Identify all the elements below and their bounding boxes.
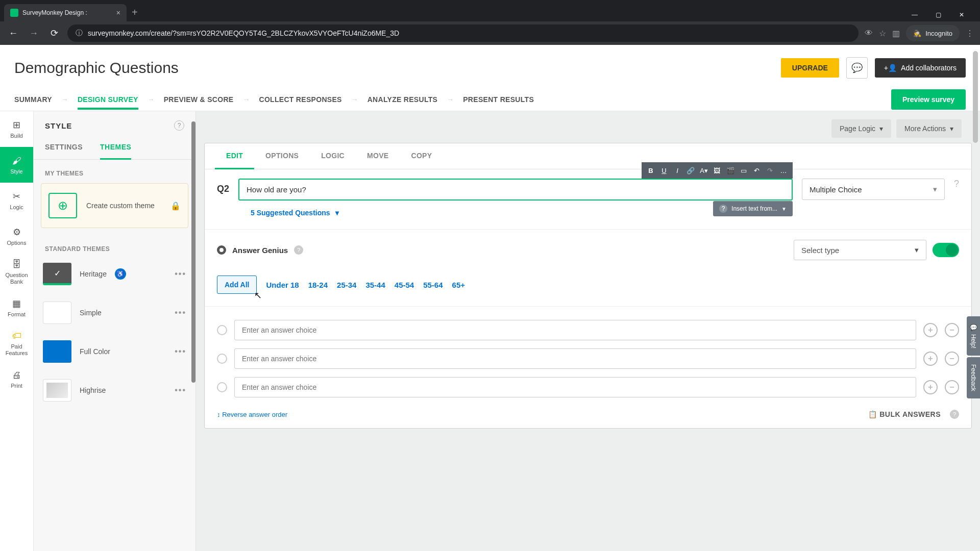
italic-icon[interactable]: I	[671, 164, 683, 177]
minimize-icon[interactable]: ―	[909, 11, 921, 18]
chip-45-54[interactable]: 45-54	[395, 281, 414, 289]
help-floating-tab[interactable]: 💬Help!	[967, 316, 980, 356]
underline-icon[interactable]: U	[658, 164, 670, 177]
rail-logic[interactable]: ✂Logic	[0, 183, 33, 218]
chip-35-44[interactable]: 35-44	[365, 281, 385, 289]
add-choice-button[interactable]: +	[923, 352, 938, 366]
close-window-icon[interactable]: ✕	[955, 11, 968, 18]
feedback-floating-tab[interactable]: Feedback	[967, 357, 980, 398]
more-icon[interactable]: •••	[175, 308, 186, 317]
nav-collect[interactable]: COLLECT RESPONSES	[259, 89, 341, 110]
nav-present[interactable]: PRESENT RESULTS	[463, 89, 534, 110]
help-icon[interactable]: ?	[954, 179, 959, 189]
rail-print[interactable]: 🖨Print	[0, 361, 33, 397]
nav-analyze[interactable]: ANALYZE RESULTS	[368, 89, 438, 110]
chip-18-24[interactable]: 18-24	[308, 281, 328, 289]
bulk-answers-link[interactable]: 📋 BULK ANSWERS	[868, 410, 941, 418]
add-collaborators-button[interactable]: +👤 Add collaborators	[875, 58, 966, 78]
side-panel-icon[interactable]: ▥	[892, 29, 900, 38]
suggested-questions-dropdown[interactable]: 5 Suggested Questions ▾	[251, 209, 959, 217]
font-icon[interactable]: A▾	[698, 164, 710, 177]
link-icon[interactable]: 🔗	[684, 164, 697, 177]
bold-icon[interactable]: B	[645, 164, 657, 177]
scrollbar-track[interactable]	[972, 49, 979, 551]
page-logic-dropdown[interactable]: Page Logic ▾	[831, 119, 891, 138]
scrollbar[interactable]	[191, 121, 195, 383]
add-all-button[interactable]: Add All	[217, 276, 257, 294]
site-info-icon[interactable]: ⓘ	[76, 29, 83, 38]
question-text-input[interactable]	[238, 179, 793, 201]
answer-choice-input[interactable]	[234, 320, 916, 340]
help-icon[interactable]: ?	[174, 120, 184, 131]
answer-choice-input[interactable]	[234, 348, 916, 369]
rail-style[interactable]: 🖌Style	[0, 147, 33, 183]
qtab-move[interactable]: MOVE	[356, 143, 400, 169]
remove-choice-button[interactable]: −	[945, 352, 959, 366]
close-tab-icon[interactable]: ×	[116, 9, 120, 17]
video-icon[interactable]: 🎬	[724, 164, 737, 177]
nav-summary[interactable]: SUMMARY	[14, 89, 52, 110]
theme-full-color[interactable]: Full Color •••	[41, 336, 188, 367]
create-custom-theme[interactable]: ⊕ Create custom theme 🔒	[41, 183, 188, 228]
answer-choice-input[interactable]	[234, 377, 916, 397]
back-button[interactable]: ←	[6, 28, 20, 39]
address-bar[interactable]: ⓘ surveymonkey.com/create/?sm=rsYO2R2V0E…	[67, 24, 859, 42]
upgrade-button[interactable]: UPGRADE	[781, 58, 839, 78]
add-choice-button[interactable]: +	[923, 323, 938, 337]
menu-icon[interactable]: ⋮	[966, 29, 974, 38]
rail-options[interactable]: ⚙Options	[0, 218, 33, 254]
qtab-logic[interactable]: LOGIC	[310, 143, 356, 169]
insert-text-from-dropdown[interactable]: ? Insert text from... ▼	[713, 201, 793, 216]
eye-off-icon[interactable]: 👁	[865, 29, 873, 38]
more-icon[interactable]: •••	[175, 269, 186, 279]
chip-55-64[interactable]: 55-64	[423, 281, 443, 289]
help-icon[interactable]: ?	[294, 245, 303, 255]
new-tab-button[interactable]: +	[127, 7, 143, 21]
theme-heritage[interactable]: ✓ Heritage ♿ •••	[41, 259, 188, 289]
remove-choice-button[interactable]: −	[945, 323, 959, 337]
more-actions-dropdown[interactable]: More Actions ▾	[896, 119, 962, 138]
nav-preview-score[interactable]: PREVIEW & SCORE	[164, 89, 234, 110]
reload-button[interactable]: ⟳	[47, 28, 61, 39]
help-icon[interactable]: ?	[950, 410, 959, 419]
subtab-themes[interactable]: THEMES	[100, 136, 131, 160]
rail-format[interactable]: ▦Format	[0, 290, 33, 325]
chip-65-plus[interactable]: 65+	[452, 281, 465, 289]
redo-icon[interactable]: ↷	[764, 164, 776, 177]
image-icon[interactable]: 🖼	[711, 164, 723, 177]
remove-choice-button[interactable]: −	[945, 380, 959, 394]
answer-genius-toggle[interactable]	[933, 243, 959, 257]
scrollbar-thumb[interactable]	[973, 51, 978, 143]
theme-highrise[interactable]: Highrise •••	[41, 375, 188, 406]
chip-under-18[interactable]: Under 18	[266, 281, 299, 289]
incognito-badge[interactable]: 🕵 Incognito	[906, 25, 960, 41]
more-icon[interactable]: …	[777, 164, 790, 177]
theme-simple[interactable]: Simple •••	[41, 297, 188, 328]
browser-tab[interactable]: SurveyMonkey Design : ×	[4, 4, 127, 21]
survey-title[interactable]: Demographic Questions	[14, 59, 179, 77]
select-type-dropdown[interactable]: Select type ▾	[794, 240, 926, 260]
accessibility-icon[interactable]: ♿	[115, 268, 126, 280]
qtab-edit[interactable]: EDIT	[215, 143, 254, 169]
qtab-copy[interactable]: COPY	[400, 143, 443, 169]
undo-icon[interactable]: ↶	[751, 164, 763, 177]
embed-icon[interactable]: ▭	[738, 164, 750, 177]
preview-survey-button[interactable]: Preview survey	[891, 89, 966, 110]
add-choice-button[interactable]: +	[923, 380, 938, 394]
rail-paid-features[interactable]: 🏷Paid Features	[0, 325, 33, 361]
maximize-icon[interactable]: ▢	[932, 11, 944, 18]
comments-button[interactable]: 💬	[846, 57, 868, 79]
chip-25-34[interactable]: 25-34	[337, 281, 356, 289]
bookmark-icon[interactable]: ☆	[879, 29, 886, 38]
more-icon[interactable]: •••	[175, 347, 186, 356]
nav-design-survey[interactable]: DESIGN SURVEY	[78, 89, 138, 110]
rail-build[interactable]: ⊞Build	[0, 111, 33, 147]
answer-genius-radio[interactable]	[217, 245, 226, 255]
qtab-options[interactable]: OPTIONS	[254, 143, 310, 169]
more-icon[interactable]: •••	[175, 386, 186, 395]
reverse-order-link[interactable]: ↕ Reverse answer order	[217, 411, 287, 418]
rail-question-bank[interactable]: 🗄Question Bank	[0, 254, 33, 290]
subtab-settings[interactable]: SETTINGS	[45, 136, 83, 159]
question-type-dropdown[interactable]: Multiple Choice ▾	[802, 179, 945, 200]
caret-down-icon: ▼	[781, 206, 787, 212]
